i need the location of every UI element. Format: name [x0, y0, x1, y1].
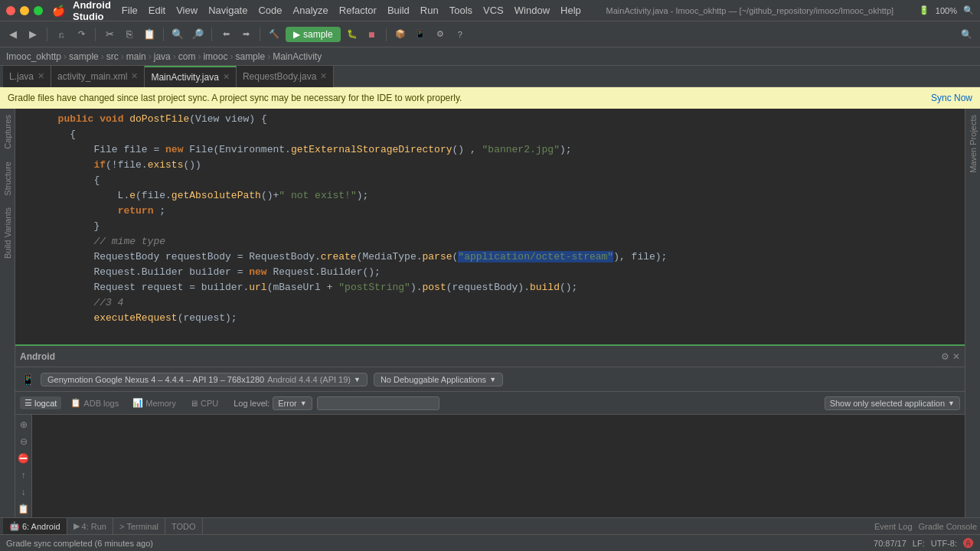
menu-navigate[interactable]: Navigate — [208, 5, 247, 16]
menu-file[interactable]: File — [122, 5, 138, 16]
gradle-console-button[interactable]: Gradle Console — [919, 522, 965, 531]
prev-button[interactable]: ⬅ — [217, 26, 234, 43]
log-down-icon[interactable]: ↓ — [17, 485, 31, 499]
run-button[interactable]: ▶ sample — [286, 27, 341, 42]
tab-l-java-close[interactable]: ✕ — [38, 71, 44, 81]
undo-button[interactable]: ⎌ — [53, 26, 70, 43]
build-button[interactable]: 🔨 — [266, 26, 283, 43]
minimize-button[interactable] — [20, 6, 29, 15]
left-panel: Captures Structure Build Variants — [0, 109, 15, 551]
battery-percent: 100% — [936, 6, 957, 15]
code-area[interactable]: public void doPostFile(View view) { { Fi… — [15, 109, 965, 329]
tab-requestbody-close[interactable]: ✕ — [320, 71, 327, 81]
menu-code[interactable]: Code — [258, 5, 282, 16]
line-ending[interactable]: LF: — [913, 539, 925, 548]
log-level-select[interactable]: Error ▼ — [273, 396, 312, 410]
search-icon[interactable]: 🔍 — [963, 5, 974, 15]
log-add-icon[interactable]: ⊕ — [17, 418, 31, 432]
debug-button[interactable]: 🐛 — [344, 26, 361, 43]
right-panel: Maven Projects — [965, 109, 980, 551]
maximize-button[interactable] — [34, 6, 43, 15]
menu-tools[interactable]: Tools — [449, 5, 472, 16]
log-clear-icon[interactable]: ⛔ — [17, 452, 31, 465]
breadcrumb-com[interactable]: com — [178, 51, 196, 62]
titlebar: 🍎 Android Studio File Edit View Navigate… — [0, 0, 980, 21]
log-search-input[interactable] — [317, 396, 439, 410]
breadcrumb-src[interactable]: src — [106, 51, 119, 62]
encoding[interactable]: UTF-8: — [931, 539, 957, 548]
sync-now-button[interactable]: Sync Now — [931, 93, 972, 103]
log-remove-icon[interactable]: ⊖ — [17, 435, 31, 448]
breadcrumb-imooc[interactable]: imooc — [203, 51, 227, 62]
show-selected-label: Show only selected application — [830, 399, 945, 408]
menu-refactor[interactable]: Refactor — [339, 5, 377, 16]
build-variants-panel[interactable]: Build Variants — [1, 201, 15, 265]
help-button[interactable]: ? — [452, 26, 469, 43]
adb-logs-tab[interactable]: 📋 ADB logs — [66, 396, 123, 409]
back-button[interactable]: ◀ — [5, 26, 21, 43]
cpu-tab[interactable]: 🖥 CPU — [185, 397, 223, 409]
captures-panel[interactable]: Captures — [1, 109, 15, 155]
tab-activity-main-close[interactable]: ✕ — [131, 71, 138, 81]
device-selector[interactable]: Genymotion Google Nexus 4 – 4.4.4 – API … — [41, 373, 368, 386]
avd-manager-button[interactable]: 📱 — [412, 26, 429, 43]
bottom-tab-android[interactable]: 🤖 6: Android — [15, 518, 67, 535]
next-button[interactable]: ➡ — [237, 26, 254, 43]
maven-projects-panel[interactable]: Maven Projects — [966, 109, 980, 179]
paste-button[interactable]: 📋 — [141, 26, 158, 43]
menu-analyze[interactable]: Analyze — [293, 5, 328, 16]
cut-button[interactable]: ✂ — [101, 26, 118, 43]
cursor-position[interactable]: 70:87/17 — [874, 539, 906, 548]
sdk-manager-button[interactable]: 📦 — [392, 26, 409, 43]
logcat-label: logcat — [34, 399, 57, 408]
zoom-out-button[interactable]: 🔍 — [169, 26, 186, 43]
show-selected-select[interactable]: Show only selected application ▼ — [825, 396, 960, 410]
close-button[interactable] — [6, 6, 15, 15]
menu-build[interactable]: Build — [387, 5, 410, 16]
bottom-tabs: 🤖 6: Android ▶ 4: Run > Terminal TODO — [15, 517, 965, 534]
menu-help[interactable]: Help — [560, 5, 581, 16]
tab-mainactivity[interactable]: MainActivity.java ✕ — [145, 66, 236, 87]
tab-activity-main[interactable]: activity_main.xml ✕ — [51, 66, 145, 87]
breadcrumb-sample[interactable]: sample — [69, 51, 99, 62]
android-panel-actions: ⚙ ✕ — [941, 351, 960, 362]
menu-view[interactable]: View — [176, 5, 198, 16]
forward-button[interactable]: ▶ — [24, 26, 41, 43]
tab-requestbody[interactable]: RequestBody.java ✕ — [237, 66, 335, 87]
editor-main[interactable]: public void doPostFile(View view) { { Fi… — [15, 109, 965, 344]
tab-mainactivity-close[interactable]: ✕ — [223, 72, 230, 82]
run-icon: ▶ — [293, 29, 300, 40]
bottom-tab-run[interactable]: ▶ 4: Run — [67, 518, 113, 535]
menu-edit[interactable]: Edit — [149, 5, 165, 16]
android-panel-header: Android ⚙ ✕ — [15, 346, 965, 367]
menu-android-studio[interactable]: Android Studio — [73, 0, 111, 22]
event-log-button[interactable]: Event Log — [874, 522, 913, 531]
log-copy-icon[interactable]: 📋 — [17, 502, 31, 516]
settings-button[interactable]: ⚙ — [432, 26, 449, 43]
logcat-tab[interactable]: ☰ logcat — [20, 396, 61, 409]
bottom-tab-todo[interactable]: TODO — [165, 518, 203, 535]
redo-button[interactable]: ↷ — [73, 26, 90, 43]
toolbar-search-icon[interactable]: 🔍 — [957, 25, 975, 44]
breadcrumb-mainactivity[interactable]: MainActivity — [273, 51, 322, 62]
breadcrumb-project[interactable]: Imooc_okhttp — [6, 51, 61, 62]
structure-panel[interactable]: Structure — [1, 155, 15, 202]
close-android-icon[interactable]: ✕ — [952, 351, 960, 362]
settings-icon[interactable]: ⚙ — [941, 351, 949, 362]
stop-button[interactable]: ⏹ — [364, 26, 381, 43]
breadcrumb-java[interactable]: java — [154, 51, 171, 62]
breadcrumb-main[interactable]: main — [126, 51, 146, 62]
zoom-in-button[interactable]: 🔎 — [189, 26, 206, 43]
menu-window[interactable]: Window — [514, 5, 550, 16]
memory-tab[interactable]: 📊 Memory — [128, 396, 181, 409]
log-up-icon[interactable]: ↑ — [17, 468, 31, 482]
code-editor[interactable]: public void doPostFile(View view) { { Fi… — [15, 109, 965, 344]
bottom-tab-terminal[interactable]: > Terminal — [113, 518, 165, 535]
no-debug-selector[interactable]: No Debuggable Applications ▼ — [374, 373, 503, 386]
breadcrumb-sample2[interactable]: sample — [235, 51, 265, 62]
copy-button[interactable]: ⎘ — [121, 26, 138, 43]
run-label: sample — [303, 29, 333, 40]
menu-vcs[interactable]: VCS — [483, 5, 504, 16]
menu-run[interactable]: Run — [420, 5, 439, 16]
tab-l-java[interactable]: L.java ✕ — [3, 66, 51, 87]
